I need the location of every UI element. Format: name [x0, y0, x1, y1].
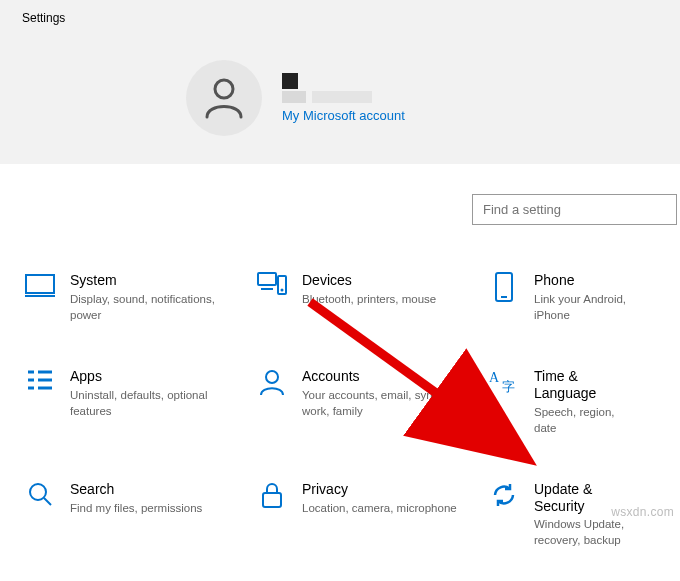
category-desc: Uninstall, defaults, optional features [70, 387, 236, 419]
category-search[interactable]: Search Find my files, permissions [24, 481, 256, 549]
category-devices[interactable]: Devices Bluetooth, printers, mouse [256, 272, 488, 323]
svg-point-0 [215, 80, 233, 98]
svg-line-19 [44, 498, 51, 505]
page-title: Settings [22, 11, 65, 25]
category-apps[interactable]: Apps Uninstall, defaults, optional featu… [24, 368, 256, 436]
svg-text:字: 字 [502, 379, 515, 394]
category-title: Phone [534, 272, 638, 289]
privacy-icon [256, 481, 288, 513]
category-system[interactable]: System Display, sound, notifications, po… [24, 272, 256, 323]
profile-section: My Microsoft account [186, 60, 405, 136]
profile-name-area: My Microsoft account [282, 73, 405, 123]
system-icon [24, 272, 56, 304]
apps-icon [24, 368, 56, 400]
category-desc: Display, sound, notifications, power [70, 291, 236, 323]
phone-icon [488, 272, 520, 304]
category-privacy[interactable]: Privacy Location, camera, microphone [256, 481, 488, 549]
category-time-language[interactable]: A字 Time & Language Speech, region, date [488, 368, 658, 436]
category-desc: Bluetooth, printers, mouse [302, 291, 468, 307]
category-title: Time & Language [534, 368, 638, 402]
svg-rect-3 [258, 273, 276, 285]
categories-grid: System Display, sound, notifications, po… [24, 272, 680, 549]
svg-rect-20 [263, 493, 281, 507]
person-icon [201, 75, 247, 121]
category-desc: Location, camera, microphone [302, 500, 468, 516]
category-desc: Windows Update, recovery, backup [534, 516, 638, 548]
svg-point-5 [281, 289, 284, 292]
redacted-block [312, 91, 372, 103]
category-desc: Speech, region, date [534, 404, 638, 436]
category-title: Devices [302, 272, 468, 289]
category-title: Privacy [302, 481, 468, 498]
avatar[interactable] [186, 60, 262, 136]
time-language-icon: A字 [488, 368, 520, 400]
svg-text:A: A [489, 370, 500, 385]
search-input[interactable] [472, 194, 677, 225]
category-title: Search [70, 481, 236, 498]
redacted-block [282, 91, 306, 103]
category-accounts[interactable]: Accounts Your accounts, email, sync, wor… [256, 368, 488, 436]
settings-header: Settings My Microsoft account [0, 0, 680, 164]
category-phone[interactable]: Phone Link your Android, iPhone [488, 272, 658, 323]
category-title: System [70, 272, 236, 289]
category-desc: Find my files, permissions [70, 500, 236, 516]
svg-point-15 [266, 371, 278, 383]
search-icon [24, 481, 56, 513]
microsoft-account-link[interactable]: My Microsoft account [282, 108, 405, 123]
watermark: wsxdn.com [611, 505, 674, 519]
svg-rect-1 [26, 275, 54, 293]
profile-name-line-1 [282, 73, 405, 89]
accounts-icon [256, 368, 288, 400]
search-container [472, 194, 677, 225]
profile-name-line-2 [282, 91, 405, 103]
svg-point-18 [30, 484, 46, 500]
category-desc: Your accounts, email, sync, work, family [302, 387, 468, 419]
category-title: Accounts [302, 368, 468, 385]
category-title: Apps [70, 368, 236, 385]
update-security-icon [488, 481, 520, 513]
devices-icon [256, 272, 288, 304]
category-desc: Link your Android, iPhone [534, 291, 638, 323]
redacted-block [282, 73, 298, 89]
